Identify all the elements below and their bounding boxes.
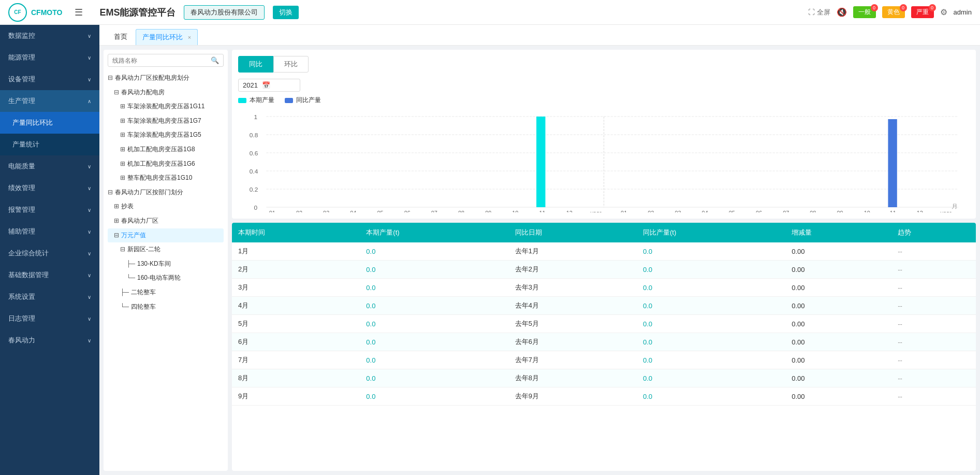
tree-prefix-icon: └─: [126, 274, 135, 281]
col-header-change: 增减量: [785, 223, 891, 242]
sidebar-item-production-compare[interactable]: 产量同比环比: [0, 112, 99, 134]
tree-node[interactable]: ⊞机加工配电房变压器1G6: [108, 157, 224, 171]
tree-node[interactable]: ⊟万元产值: [108, 228, 224, 243]
cell-trend: --: [891, 297, 976, 315]
tree-node[interactable]: ├─二轮整车: [108, 285, 224, 300]
tree-nodes: ⊟春风动力厂区按配电房划分⊟春风动力配电房⊞车架涂装配电房变压器1G11⊞车架涂…: [108, 71, 224, 314]
badge-warning[interactable]: 黄色 0: [882, 6, 905, 18]
settings-icon[interactable]: ⚙: [940, 7, 947, 17]
cell-compare-date: 去年5月: [509, 315, 637, 333]
cell-period: 2月: [232, 261, 360, 279]
sidebar-item-system-settings[interactable]: 系统设置 ∨: [0, 286, 99, 308]
tab-close-icon[interactable]: ×: [188, 34, 191, 40]
tree-prefix-icon: ⊞: [120, 103, 125, 110]
tree-node[interactable]: ⊞整车配电房变压器1G10: [108, 171, 224, 185]
tree-node[interactable]: └─四轮整车: [108, 300, 224, 314]
badge-normal[interactable]: 一般 0: [853, 6, 876, 18]
tree-prefix-icon: ├─: [126, 260, 135, 267]
fullscreen-button[interactable]: ⛶ 全屏: [808, 8, 830, 17]
arrow-icon: ∨: [87, 77, 91, 82]
sidebar-item-aux-mgmt[interactable]: 辅助管理 ∨: [0, 221, 99, 242]
sidebar-item-production-stats[interactable]: 产量统计: [0, 134, 99, 155]
search-icon[interactable]: 🔍: [211, 56, 219, 64]
col-header-trend: 趋势: [891, 223, 976, 242]
badge-error[interactable]: 严重 0: [911, 6, 934, 18]
tree-node[interactable]: ⊟新园区-二轮: [108, 242, 224, 257]
cell-change: 0.00: [785, 297, 891, 315]
arrow-icon: ∧: [87, 98, 91, 104]
calendar-icon[interactable]: 📅: [262, 81, 270, 89]
tree-prefix-icon: ⊞: [120, 160, 125, 167]
cell-change: 0.00: [785, 333, 891, 351]
sidebar-item-performance[interactable]: 绩效管理 ∨: [0, 177, 99, 199]
tab-tongbi[interactable]: 同比: [238, 56, 273, 73]
tree-node[interactable]: ⊟春风动力配电房: [108, 85, 224, 100]
right-panel: 同比 环比 2021 📅 本期产量: [232, 50, 976, 471]
cell-trend: --: [891, 333, 976, 351]
cell-current-val: 0.0: [360, 261, 508, 279]
table-row: 4月 0.0 去年4月 0.0 0.00 --: [232, 297, 976, 315]
arrow-icon: ∨: [87, 55, 91, 61]
mute-button[interactable]: 🔇: [837, 7, 847, 17]
tree-node[interactable]: ⊞车架涂装配电房变压器1G5: [108, 128, 224, 142]
cell-compare-val: 0.0: [637, 351, 785, 369]
tree-node[interactable]: ⊟春风动力厂区按配电房划分: [108, 71, 224, 85]
tree-prefix-icon: ├─: [120, 289, 129, 296]
tree-node[interactable]: ⊞机加工配电房变压器1G8: [108, 142, 224, 157]
svg-text:09: 09: [837, 210, 843, 212]
tree-search-input[interactable]: [112, 57, 211, 64]
tree-node[interactable]: ⊟春风动力厂区按部门划分: [108, 185, 224, 200]
sidebar-item-energy-mgmt[interactable]: 能源管理 ∨: [0, 47, 99, 68]
tab-production-compare[interactable]: 产量同比环比 ×: [136, 29, 198, 45]
sidebar-item-base-data[interactable]: 基础数据管理 ∨: [0, 264, 99, 286]
cell-change: 0.00: [785, 387, 891, 406]
col-header-current-val: 本期产量(t): [360, 223, 508, 242]
sidebar-item-production-mgmt[interactable]: 生产管理 ∧: [0, 90, 99, 112]
col-header-compare-val: 同比产量(t): [637, 223, 785, 242]
sidebar-item-alarm-mgmt[interactable]: 报警管理 ∨: [0, 199, 99, 221]
sidebar-item-enterprise-stats[interactable]: 企业综合统计 ∨: [0, 242, 99, 264]
sidebar-item-power-quality[interactable]: 电能质量 ∨: [0, 155, 99, 177]
table-row: 8月 0.0 去年8月 0.0 0.00 --: [232, 369, 976, 387]
svg-text:03: 03: [323, 210, 329, 212]
tree-node[interactable]: ⊞车架涂装配电房变压器1G7: [108, 114, 224, 128]
svg-text:0.8: 0.8: [250, 132, 258, 138]
badge-normal-count: 0: [871, 4, 878, 11]
cell-current-val: 0.0: [360, 369, 508, 387]
tree-prefix-icon: ⊟: [108, 74, 113, 81]
svg-rect-40: [536, 117, 545, 207]
tree-prefix-icon: ⊞: [114, 203, 119, 210]
cell-trend: --: [891, 279, 976, 297]
tab-huanbi[interactable]: 环比: [273, 56, 309, 73]
sidebar-item-cfmoto[interactable]: 春风动力 ∨: [0, 329, 99, 351]
cell-trend: --: [891, 387, 976, 406]
table-row: 3月 0.0 去年3月 0.0 0.00 --: [232, 279, 976, 297]
badge-warning-count: 0: [900, 4, 907, 11]
sidebar-item-data-monitor[interactable]: 数据监控 ∨: [0, 25, 99, 47]
tree-node[interactable]: └─160-电动车两轮: [108, 271, 224, 285]
svg-text:11: 11: [890, 210, 896, 212]
cell-current-val: 0.0: [360, 297, 508, 315]
sidebar-item-device-mgmt[interactable]: 设备管理 ∨: [0, 68, 99, 90]
tree-prefix-icon: ⊟: [114, 232, 119, 239]
switch-button[interactable]: 切换: [273, 6, 299, 19]
cell-change: 0.00: [785, 369, 891, 387]
menu-toggle-icon[interactable]: ☰: [75, 7, 83, 18]
col-header-period: 本期时间: [232, 223, 360, 242]
tree-node[interactable]: ├─130-KD车间: [108, 257, 224, 271]
tree-prefix-icon: └─: [120, 303, 129, 310]
chart-svg: 0 0.2 0.4 0.6 0.8 1: [238, 109, 970, 212]
tree-prefix-icon: ⊟: [114, 89, 119, 96]
cell-change: 0.00: [785, 261, 891, 279]
sidebar-item-log-mgmt[interactable]: 日志管理 ∨: [0, 308, 99, 329]
tree-search-box: 🔍: [108, 54, 224, 67]
tree-prefix-icon: ⊟: [108, 189, 113, 196]
tree-node[interactable]: ⊞春风动力厂区: [108, 214, 224, 228]
svg-text:0.4: 0.4: [250, 168, 258, 174]
tree-node[interactable]: ⊞抄表: [108, 199, 224, 214]
cell-period: 3月: [232, 279, 360, 297]
tree-node[interactable]: ⊞车架涂装配电房变压器1G11: [108, 99, 224, 114]
year-selector[interactable]: 2021 📅: [238, 79, 300, 92]
arrow-icon: ∨: [87, 251, 91, 256]
tab-home[interactable]: 首页: [108, 29, 134, 45]
